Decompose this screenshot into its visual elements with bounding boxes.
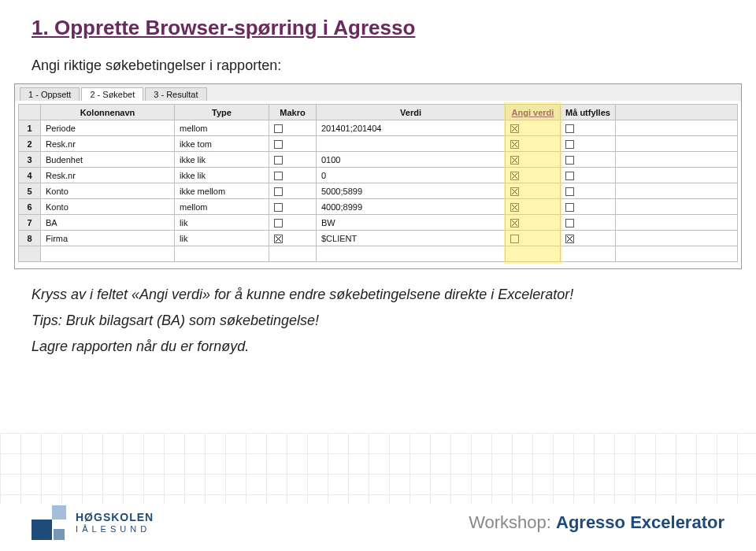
cell-type[interactable]: ikke lik xyxy=(175,168,269,183)
cell-angi-verdi xyxy=(506,215,561,231)
checkbox-angi-verdi[interactable] xyxy=(510,172,519,180)
checkbox-makro[interactable] xyxy=(274,235,283,243)
table-row[interactable]: 8Firmalik$CLIENT xyxy=(19,231,738,246)
cell-type[interactable]: lik xyxy=(175,231,269,246)
checkbox-makro[interactable] xyxy=(274,219,283,227)
header-makro: Makro xyxy=(269,105,317,120)
cell-type[interactable]: ikke tom xyxy=(175,136,269,152)
table-row[interactable]: 2Resk.nrikke tom xyxy=(19,136,738,152)
empty-cell xyxy=(561,246,616,262)
cell-kolonnenavn[interactable]: Konto xyxy=(41,199,175,215)
cell-angi-verdi xyxy=(506,183,561,199)
page-title: 1. Opprette Browser-spørring i Agresso xyxy=(32,16,724,40)
cell-verdi[interactable]: BW xyxy=(317,215,506,231)
checkbox-angi-verdi[interactable] xyxy=(510,156,519,165)
cell-maa-utfylles xyxy=(561,199,616,215)
cell-type[interactable]: mellom xyxy=(175,199,269,215)
checkbox-maa-utfylles[interactable] xyxy=(565,203,574,212)
cell-kolonnenavn[interactable]: BA xyxy=(41,215,175,231)
row-number: 3 xyxy=(19,152,41,168)
checkbox-angi-verdi[interactable] xyxy=(510,124,519,133)
row-number: 5 xyxy=(19,183,41,199)
cell-type[interactable]: ikke mellom xyxy=(175,183,269,199)
header-type: Type xyxy=(175,105,269,120)
cell-verdi[interactable]: 0100 xyxy=(317,152,506,168)
cell-kolonnenavn[interactable]: Firma xyxy=(41,231,175,246)
cell-maa-utfylles xyxy=(561,152,616,168)
cell-maa-utfylles xyxy=(561,168,616,183)
checkbox-makro[interactable] xyxy=(274,140,283,149)
agresso-screenshot: 1 - Oppsett 2 - Søkebet 3 - Resultat Kol… xyxy=(14,83,742,269)
slide-body: 1. Opprette Browser-spørring i Agresso A… xyxy=(0,0,756,355)
footer-label: Workshop: Agresso Excelerator xyxy=(469,512,724,533)
table-row[interactable]: 6Kontomellom4000;8999 xyxy=(19,199,738,215)
header-verdi: Verdi xyxy=(317,105,506,120)
cell-maa-utfylles xyxy=(561,231,616,246)
cell-tail xyxy=(616,120,738,136)
checkbox-angi-verdi[interactable] xyxy=(510,187,519,196)
cell-verdi[interactable]: 4000;8999 xyxy=(317,199,506,215)
checkbox-angi-verdi[interactable] xyxy=(510,219,519,227)
checkbox-maa-utfylles[interactable] xyxy=(565,124,574,133)
cell-tail xyxy=(616,199,738,215)
tab-resultat[interactable]: 3 - Resultat xyxy=(145,87,206,101)
checkbox-makro[interactable] xyxy=(274,172,283,180)
empty-cell xyxy=(616,246,738,262)
cell-tail xyxy=(616,231,738,246)
cell-angi-verdi xyxy=(506,168,561,183)
cell-verdi[interactable]: 5000;5899 xyxy=(317,183,506,199)
cell-kolonnenavn[interactable]: Konto xyxy=(41,183,175,199)
checkbox-makro[interactable] xyxy=(274,203,283,212)
checkbox-maa-utfylles[interactable] xyxy=(565,156,574,165)
cell-kolonnenavn[interactable]: Budenhet xyxy=(41,152,175,168)
cell-verdi[interactable]: 0 xyxy=(317,168,506,183)
empty-cell xyxy=(19,246,41,262)
checkbox-angi-verdi[interactable] xyxy=(510,203,519,212)
tab-sokebet[interactable]: 2 - Søkebet xyxy=(81,87,143,101)
cell-makro xyxy=(269,183,317,199)
table-row[interactable]: 3Budenhetikke lik0100 xyxy=(19,152,738,168)
cell-verdi[interactable]: $CLIENT xyxy=(317,231,506,246)
tabstrip: 1 - Oppsett 2 - Søkebet 3 - Resultat xyxy=(15,84,741,101)
cell-angi-verdi xyxy=(506,120,561,136)
intro-text: Angi riktige søkebetingelser i rapporten… xyxy=(32,57,724,74)
cell-tail xyxy=(616,136,738,152)
checkbox-makro[interactable] xyxy=(274,187,283,196)
cell-kolonnenavn[interactable]: Resk.nr xyxy=(41,168,175,183)
checkbox-maa-utfylles[interactable] xyxy=(565,219,574,227)
workshop-prefix: Workshop: xyxy=(469,512,556,532)
tab-oppsett[interactable]: 1 - Oppsett xyxy=(20,87,80,101)
table-row[interactable]: 4Resk.nrikke lik0 xyxy=(19,168,738,183)
checkbox-angi-verdi[interactable] xyxy=(510,140,519,149)
row-number: 7 xyxy=(19,215,41,231)
table-row[interactable]: 5Kontoikke mellom5000;5899 xyxy=(19,183,738,199)
cell-type[interactable]: ikke lik xyxy=(175,152,269,168)
table-row[interactable]: 7BAlikBW xyxy=(19,215,738,231)
cell-angi-verdi xyxy=(506,199,561,215)
cell-verdi[interactable] xyxy=(317,136,506,152)
cell-verdi[interactable]: 201401;201404 xyxy=(317,120,506,136)
cell-angi-verdi xyxy=(506,231,561,246)
cell-kolonnenavn[interactable]: Periode xyxy=(41,120,175,136)
checkbox-makro[interactable] xyxy=(274,156,283,165)
header-maa-utfylles: Må utfylles xyxy=(561,105,616,120)
empty-cell xyxy=(317,246,506,262)
empty-cell xyxy=(175,246,269,262)
checkbox-maa-utfylles[interactable] xyxy=(565,187,574,196)
grid-container: Kolonnenavn Type Makro Verdi Angi verdi … xyxy=(15,101,741,268)
checkbox-maa-utfylles[interactable] xyxy=(565,172,574,180)
checkbox-makro[interactable] xyxy=(274,124,283,133)
checkbox-angi-verdi[interactable] xyxy=(510,235,519,243)
cell-kolonnenavn[interactable]: Resk.nr xyxy=(41,136,175,152)
note-angi-verdi: Kryss av i feltet «Angi verdi» for å kun… xyxy=(32,287,724,303)
header-angi-verdi: Angi verdi xyxy=(506,105,561,120)
background-grid xyxy=(0,433,756,504)
logo-text: HØGSKOLEN I ÅLESUND xyxy=(76,511,154,534)
cell-tail xyxy=(616,168,738,183)
cell-type[interactable]: mellom xyxy=(175,120,269,136)
table-row[interactable]: 1Periodemellom201401;201404 xyxy=(19,120,738,136)
checkbox-maa-utfylles[interactable] xyxy=(565,140,574,149)
checkbox-maa-utfylles[interactable] xyxy=(565,235,574,243)
cell-type[interactable]: lik xyxy=(175,215,269,231)
header-tail xyxy=(616,105,738,120)
